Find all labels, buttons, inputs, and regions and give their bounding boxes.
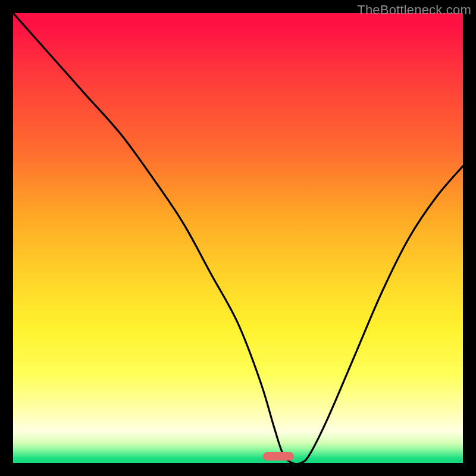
plot-area: [13, 13, 463, 463]
bottleneck-curve: [13, 13, 463, 463]
chart-frame: TheBottleneck.com: [0, 0, 476, 476]
optimal-range-marker: [263, 452, 295, 461]
watermark-text: TheBottleneck.com: [357, 2, 471, 18]
